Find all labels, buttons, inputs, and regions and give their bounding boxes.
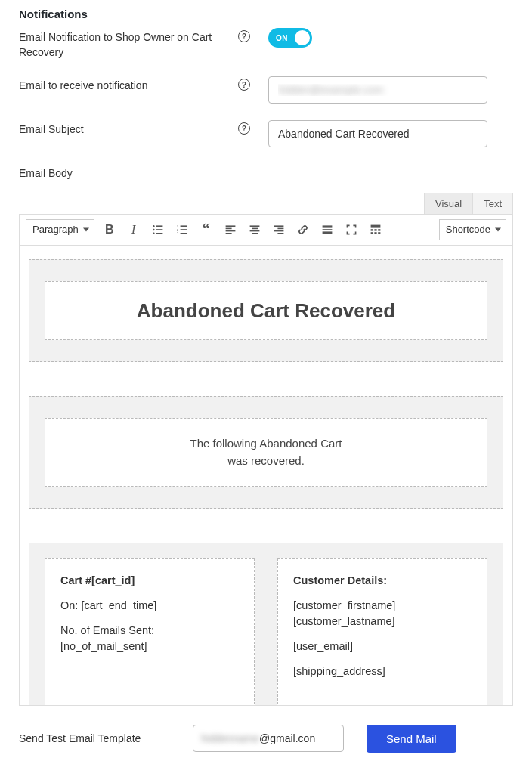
- details-columns: Cart #[cart_id] On: [cart_end_time] No. …: [45, 558, 487, 705]
- svg-point-2: [153, 229, 154, 230]
- customer-name-line: [customer_firstname] [customer_lastname]: [293, 598, 472, 630]
- body-label: Email Body: [19, 164, 238, 181]
- svg-rect-14: [225, 230, 235, 232]
- format-select[interactable]: Paragraph: [26, 219, 94, 240]
- row-subject: Email Subject ?: [19, 120, 513, 147]
- shortcode-select[interactable]: Shortcode: [439, 219, 506, 240]
- help-icon[interactable]: ?: [238, 122, 250, 135]
- svg-rect-1: [156, 225, 162, 227]
- svg-rect-11: [180, 233, 187, 234]
- help-icon[interactable]: ?: [238, 79, 250, 91]
- cart-emails-line: No. of Emails Sent: [no_of_mail_sent]: [60, 623, 239, 654]
- subject-label: Email Subject: [19, 120, 238, 138]
- svg-rect-28: [370, 229, 373, 230]
- email-heading-block: Abandoned Cart Recovered: [29, 259, 503, 363]
- intro-line1: The following Abandoned Cart: [190, 437, 342, 450]
- svg-rect-9: [180, 229, 187, 230]
- cart-column: Cart #[cart_id] On: [cart_end_time] No. …: [45, 558, 255, 705]
- svg-rect-3: [156, 229, 162, 230]
- toggle-state-label: ON: [276, 34, 288, 42]
- customer-column: Customer Details: [customer_firstname] […: [277, 558, 487, 705]
- send-test-blurred-prefix: hiddenname: [201, 732, 259, 744]
- svg-rect-24: [322, 225, 332, 227]
- svg-rect-13: [225, 227, 231, 229]
- tab-text[interactable]: Text: [473, 193, 513, 214]
- editor-content-area[interactable]: Abandoned Cart Recovered The following A…: [20, 246, 512, 705]
- cart-on-line: On: [cart_end_time]: [60, 598, 239, 614]
- send-test-row: Send Test Email Template hiddenname@gmai…: [19, 725, 513, 753]
- email-heading: Abandoned Cart Recovered: [60, 299, 472, 323]
- numbered-list-icon[interactable]: 123: [173, 221, 191, 239]
- customer-title: Customer Details:: [293, 573, 472, 589]
- align-center-icon[interactable]: [246, 221, 264, 239]
- svg-rect-17: [252, 227, 258, 229]
- svg-rect-7: [180, 225, 187, 227]
- fullscreen-icon[interactable]: [342, 221, 360, 239]
- editor-toolbar: Paragraph B I 123 “ Shortcode: [19, 214, 513, 246]
- svg-rect-20: [274, 225, 283, 227]
- email-heading-inner: Abandoned Cart Recovered: [45, 281, 487, 341]
- row-toggle: Email Notification to Shop Owner on Cart…: [19, 28, 513, 60]
- blockquote-icon[interactable]: “: [197, 221, 215, 239]
- svg-rect-16: [249, 225, 259, 227]
- send-test-suffix: @gmail.con: [259, 732, 315, 744]
- intro-line2: was recovered.: [227, 454, 305, 467]
- shortcode-select-label: Shortcode: [446, 224, 490, 235]
- bold-icon[interactable]: B: [101, 221, 119, 239]
- bulleted-list-icon[interactable]: [149, 221, 167, 239]
- send-mail-button[interactable]: Send Mail: [367, 725, 456, 753]
- svg-rect-18: [249, 230, 259, 232]
- svg-rect-27: [370, 224, 380, 227]
- section-title: Notifications: [19, 8, 513, 20]
- link-icon[interactable]: [294, 221, 312, 239]
- svg-rect-26: [322, 231, 332, 234]
- svg-rect-30: [378, 229, 380, 230]
- send-test-label: Send Test Email Template: [19, 732, 170, 744]
- email-intro-block: The following Abandoned Cart was recover…: [29, 396, 503, 509]
- recipient-label: Email to receive notification: [19, 76, 238, 94]
- svg-text:3: 3: [177, 231, 179, 235]
- italic-icon[interactable]: I: [125, 221, 143, 239]
- email-details-block: Cart #[cart_id] On: [cart_end_time] No. …: [29, 543, 503, 705]
- svg-rect-29: [374, 229, 376, 230]
- toolbar-toggle-icon[interactable]: [367, 221, 385, 239]
- send-test-input[interactable]: hiddenname@gmail.con: [193, 725, 344, 752]
- svg-rect-5: [156, 233, 162, 234]
- row-recipient: Email to receive notification ?: [19, 76, 513, 104]
- email-intro-text: The following Abandoned Cart was recover…: [60, 435, 472, 469]
- svg-rect-19: [252, 233, 258, 234]
- svg-point-0: [153, 225, 154, 227]
- align-left-icon[interactable]: [221, 221, 240, 239]
- editor: Visual Text Paragraph B I 123 “: [19, 193, 513, 706]
- svg-rect-22: [274, 230, 283, 232]
- toggle-label: Email Notification to Shop Owner on Cart…: [19, 28, 238, 60]
- customer-email-line: [user_email]: [293, 639, 472, 654]
- subject-input[interactable]: [268, 120, 487, 147]
- svg-rect-31: [370, 232, 373, 234]
- svg-point-4: [153, 232, 154, 234]
- svg-rect-12: [225, 225, 235, 227]
- insert-read-more-icon[interactable]: [318, 221, 336, 239]
- svg-rect-23: [277, 233, 283, 234]
- format-select-label: Paragraph: [32, 224, 79, 235]
- tab-visual[interactable]: Visual: [424, 193, 473, 214]
- email-intro-inner: The following Abandoned Cart was recover…: [45, 418, 487, 487]
- help-icon[interactable]: ?: [238, 30, 250, 42]
- editor-tabs: Visual Text: [19, 193, 513, 214]
- toggle-knob: [295, 30, 310, 45]
- svg-rect-21: [277, 227, 283, 229]
- customer-shipping-line: [shipping_address]: [293, 664, 472, 679]
- align-right-icon[interactable]: [270, 221, 288, 239]
- svg-rect-33: [378, 232, 380, 234]
- cart-title: Cart #[cart_id]: [60, 573, 239, 589]
- row-body-label: Email Body: [19, 164, 513, 181]
- toggle-owner-notify[interactable]: ON: [268, 28, 312, 48]
- recipient-input[interactable]: [268, 76, 487, 104]
- svg-rect-32: [374, 232, 376, 234]
- svg-rect-15: [225, 233, 231, 234]
- svg-rect-25: [322, 229, 332, 230]
- editor-body: Abandoned Cart Recovered The following A…: [19, 246, 513, 706]
